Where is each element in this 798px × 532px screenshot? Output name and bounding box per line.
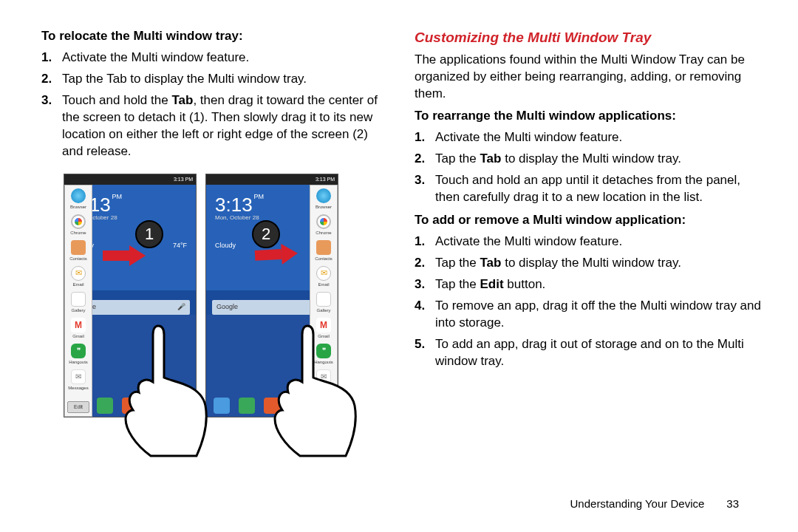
edit-button: Edit [67,401,89,413]
app-label: Chrome [316,230,331,236]
dock-icon [264,398,280,414]
tray-app: Email [65,263,92,289]
chrome-icon [316,214,331,229]
tray-app: Gallery [310,289,337,315]
clock-ampm: PM [254,193,265,200]
add-remove-heading: To add or remove a Multi window applicat… [415,212,761,229]
step-bold: Edit [480,277,504,291]
add-remove-steps: Activate the Multi window feature. Tap t… [415,233,761,370]
phone-screenshot-1: 3:13 PM 3:13PM Mon, October 28 Cloudy74°… [64,174,197,417]
dock-icon [122,398,138,414]
app-label: Gmail [72,333,84,339]
messages-icon [316,369,331,384]
status-bar: 3:13 PM [64,174,196,185]
tray-app: Hangouts [65,341,92,366]
chrome-icon [71,214,86,229]
tray-app: Gallery [65,289,92,315]
status-bar: 3:13 PM [206,174,338,185]
phone-screenshot-2: 3:13 PM 3:13PM Mon, October 28 Cloudy74°… [205,174,338,417]
relocate-step-2: Tap the Tab to display the Multi window … [41,71,388,88]
customizing-title: Customizing the Multi Window Tray [415,28,761,47]
app-label: Contacts [315,256,332,262]
tray-app: Hangouts [310,341,337,366]
tray-app: Chrome [65,211,92,237]
contact-icon [71,240,86,255]
list-item: Tap the Tab to display the Multi window … [415,151,761,168]
app-label: Messages [313,385,333,391]
dock-icon [239,398,255,414]
tray-app: Browser [65,185,92,211]
step-text: Touch and hold an app until it detaches … [435,173,740,204]
step-text: Tap the [435,277,480,291]
illustration: 3:13 PM 3:13PM Mon, October 28 Cloudy74°… [64,174,388,417]
gallery-icon [316,292,331,307]
tray-app: Messages [65,366,92,392]
clock-ampm: PM [112,193,123,200]
app-label: Hangouts [314,359,333,365]
email-icon [71,266,86,281]
rearrange-steps: Activate the Multi window feature. Tap t… [415,129,761,206]
app-label: Messages [68,385,88,391]
step-text: to display the Multi window tray. [501,256,681,270]
dock-icon [289,398,305,414]
app-label: Gmail [318,333,330,339]
section-name: Understanding Your Device [570,497,705,511]
app-label: Contacts [69,256,87,262]
weather-temp: 74°F [173,241,187,250]
step-bold: Tab [171,93,193,107]
step-text: Activate the Multi window feature. [435,234,622,248]
step-text: Tap the Tab to display the Multi window … [62,72,307,86]
list-item: Touch and hold an app until it detaches … [415,172,761,206]
page-footer: Understanding Your Device 33 [570,497,739,511]
list-item: Tap the Tab to display the Multi window … [415,255,761,272]
relocate-step-3: Touch and hold the Tab, then drag it tow… [41,92,388,160]
step-text: Tap the [435,256,480,270]
tray-app: Contacts [65,237,92,263]
gallery-icon [71,292,86,307]
step-text: Touch and hold the [62,93,171,107]
edit-button: Edit [313,401,335,413]
step-text: to display the Multi window tray. [501,151,681,166]
step-text: Tap the [435,151,480,166]
tray-app: Email [310,263,337,289]
step-text: button. [504,277,546,291]
gmail-icon [71,318,86,332]
callout-badge-2: 2 [252,220,280,248]
browser-icon [71,188,86,203]
list-item: Tap the Edit button. [415,276,761,293]
app-label: Email [72,282,83,287]
intro-paragraph: The applications found within the Multi … [415,52,761,103]
list-item: To remove an app, drag it off the the Mu… [415,298,761,332]
step-bold: Tab [480,256,502,270]
tray-app: Messages [310,366,337,392]
gmail-icon [316,318,331,332]
step-bold: Tab [480,151,502,166]
tray-app: Gmail [65,315,92,341]
page-number: 33 [726,497,739,511]
app-label: Gallery [316,307,330,313]
rearrange-heading: To rearrange the Multi window applicatio… [415,108,761,125]
email-icon [316,266,331,281]
step-text: To add an app, drag it out of storage an… [435,337,744,368]
app-label: Gallery [71,307,85,313]
relocate-step-1: Activate the Multi window feature. [41,50,388,66]
search-label: Google [216,302,238,311]
app-label: Browser [316,204,332,210]
app-label: Browser [70,204,86,210]
multi-window-tray: Browser Chrome Contacts Email Gallery Gm… [64,185,92,417]
clock-time: 3:13 [215,194,253,216]
multi-window-tray: Browser Chrome Contacts Email Gallery Gm… [310,185,338,417]
browser-icon [316,188,331,203]
contact-icon [316,240,331,255]
hangouts-icon [71,344,86,358]
dock-icon [97,398,113,414]
tray-app: Chrome [310,211,337,237]
step-text: To remove an app, drag it off the the Mu… [435,299,761,330]
list-item: To add an app, drag it out of storage an… [415,336,761,370]
dock-icon [214,398,230,414]
step-text: Activate the Multi window feature. [62,50,249,64]
messages-icon [71,369,86,384]
app-label: Email [318,282,329,287]
dock-icon [172,398,188,414]
tray-app: Browser [310,185,337,211]
